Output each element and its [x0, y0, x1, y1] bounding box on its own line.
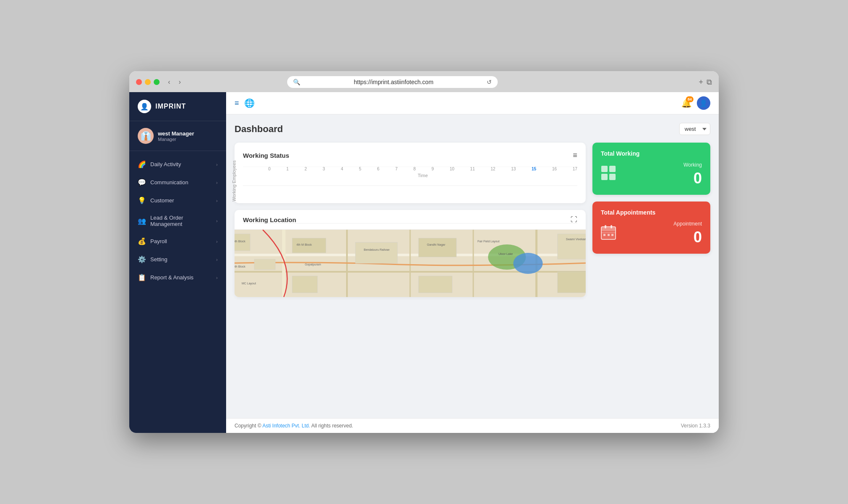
sidebar-item-label: Communication: [150, 179, 188, 186]
copy-tab-button[interactable]: ⧉: [707, 78, 712, 87]
total-appointments-title: Total Appointments: [601, 209, 702, 216]
top-bar: ≡ 🌐 🔔 84 👤: [226, 92, 719, 114]
reload-button[interactable]: ↺: [487, 79, 492, 85]
address-bar[interactable]: 🔍 https://imprint.astiinfotech.com ↺: [287, 76, 498, 88]
stat-right: Appointment 0: [623, 221, 702, 246]
user-avatar-icon: 👤: [699, 99, 708, 107]
working-label: Working: [623, 162, 702, 168]
browser-chrome: ‹ › 🔍 https://imprint.astiinfotech.com ↺…: [129, 71, 719, 92]
setting-icon: ⚙️: [138, 255, 146, 263]
region-select[interactable]: west east north south: [679, 123, 710, 135]
lead-order-icon: 👥: [138, 217, 146, 225]
sidebar-item-communication[interactable]: 💬 Communication ›: [129, 173, 226, 191]
map-svg: 5th Block 4th M Block 6th Block MC Layou…: [235, 230, 586, 297]
app-container: 👤 IMPRINT 👔 west Manager Manager 🌈 Daily…: [129, 92, 719, 433]
svg-text:4th M Block: 4th M Block: [296, 243, 312, 246]
svg-rect-43: [601, 166, 608, 172]
sidebar-item-payroll[interactable]: 💰 Payroll ›: [129, 232, 226, 250]
add-tab-button[interactable]: +: [699, 78, 703, 87]
notification-badge: 84: [686, 96, 693, 102]
user-role: Manager: [158, 137, 218, 142]
sidebar-item-label: Setting: [150, 256, 167, 263]
user-profile-button[interactable]: 👤: [697, 96, 710, 110]
customer-icon: 💡: [138, 196, 146, 204]
sidebar-item-label: Report & Analysis: [150, 274, 194, 281]
maximize-button[interactable]: [154, 79, 160, 85]
svg-rect-25: [419, 238, 456, 257]
notification-button[interactable]: 🔔 84: [681, 98, 692, 108]
svg-text:6th Block: 6th Block: [235, 265, 245, 268]
payroll-icon: 💰: [138, 237, 146, 245]
sidebar-item-report-analysis[interactable]: 📋 Report & Analysis ›: [129, 268, 226, 286]
right-column: Total Working: [592, 143, 710, 297]
chart-header: Working Status ≡: [243, 151, 577, 160]
svg-rect-21: [254, 259, 275, 270]
svg-rect-54: [611, 234, 613, 236]
chevron-right-icon: ›: [216, 257, 218, 262]
svg-rect-44: [609, 166, 616, 172]
sidebar-nav: 🌈 Daily Activity › 💬 Communication › 💡: [129, 151, 226, 433]
dashboard-header: Dashboard west east north south: [235, 123, 710, 135]
user-profile-section[interactable]: 👔 west Manager Manager: [129, 121, 226, 151]
svg-text:Uloor Lake: Uloor Lake: [499, 252, 513, 255]
svg-rect-24: [355, 242, 397, 263]
footer-version: Version 1.3.3: [681, 423, 710, 429]
user-name: west Manager: [158, 130, 218, 137]
svg-rect-46: [609, 174, 616, 180]
appointment-value: 0: [623, 228, 702, 246]
total-working-title: Total Working: [601, 150, 702, 157]
chart-wrapper: Working Employees 2.0: [243, 167, 577, 195]
appointment-label: Appointment: [623, 221, 702, 227]
y-axis-label: Working Employees: [232, 160, 237, 202]
svg-rect-53: [608, 234, 610, 236]
map-container: 5th Block 4th M Block 6th Block MC Layou…: [235, 230, 586, 297]
user-info: west Manager Manager: [158, 130, 218, 142]
sidebar-item-lead-order[interactable]: 👥 Lead & Order Management ›: [129, 210, 226, 232]
dashboard-content: Dashboard west east north south: [226, 114, 719, 418]
chevron-right-icon: ›: [216, 198, 218, 203]
footer-company-link[interactable]: Asti Infotech Pvt. Ltd.: [262, 423, 310, 429]
svg-text:Gandhi Nagar: Gandhi Nagar: [427, 243, 445, 247]
main-content: ≡ 🌐 🔔 84 👤 Dashboard west: [226, 92, 719, 433]
left-column: Working Status ≡ Working Employees: [235, 143, 586, 297]
forward-button[interactable]: ›: [175, 77, 184, 88]
svg-text:Bendaluuru Railvae: Bendaluuru Railvae: [364, 248, 389, 251]
svg-rect-49: [605, 225, 606, 228]
sidebar-item-label: Daily Activity: [150, 161, 181, 167]
svg-point-19: [513, 253, 543, 274]
chevron-right-icon: ›: [216, 275, 218, 280]
sidebar: 👤 IMPRINT 👔 west Manager Manager 🌈 Daily…: [129, 92, 226, 433]
sidebar-brand: 👤 IMPRINT: [129, 92, 226, 121]
svg-rect-50: [611, 225, 612, 228]
svg-text:MC Layout: MC Layout: [242, 282, 256, 285]
working-value: 0: [623, 170, 702, 187]
brand-icon: 👤: [138, 100, 151, 113]
top-bar-right: 🔔 84 👤: [681, 96, 710, 110]
sidebar-item-label: Payroll: [150, 238, 167, 244]
sidebar-item-label: Lead & Order Management: [150, 215, 216, 227]
calendar-icon: [601, 225, 616, 243]
browser-window: ‹ › 🔍 https://imprint.astiinfotech.com ↺…: [129, 71, 719, 433]
sidebar-item-daily-activity[interactable]: 🌈 Daily Activity ›: [129, 155, 226, 173]
hamburger-button[interactable]: ≡: [235, 99, 239, 108]
total-appointments-card: Total Appointments: [592, 202, 710, 254]
sidebar-item-customer[interactable]: 💡 Customer ›: [129, 191, 226, 210]
footer: Copyright © Asti Infotech Pvt. Ltd. All …: [226, 418, 719, 433]
chart-menu-button[interactable]: ≡: [573, 151, 577, 160]
brand-name: IMPRINT: [155, 103, 186, 110]
chevron-right-icon: ›: [216, 162, 218, 167]
stat-card-body: Appointment 0: [601, 221, 702, 246]
svg-rect-52: [603, 234, 605, 236]
svg-text:Gopalpuram: Gopalpuram: [305, 263, 321, 266]
page-title: Dashboard: [235, 124, 283, 135]
sidebar-item-setting[interactable]: ⚙️ Setting ›: [129, 250, 226, 268]
back-button[interactable]: ‹: [165, 77, 173, 88]
close-button[interactable]: [136, 79, 142, 85]
minimize-button[interactable]: [145, 79, 151, 85]
globe-icon: 🌐: [244, 98, 255, 108]
stat-right: Working 0: [623, 162, 702, 187]
grid-icon: [601, 165, 616, 184]
svg-rect-23: [292, 276, 317, 293]
browser-nav-buttons: ‹ ›: [165, 77, 184, 88]
working-status-card: Working Status ≡ Working Employees: [235, 143, 586, 203]
